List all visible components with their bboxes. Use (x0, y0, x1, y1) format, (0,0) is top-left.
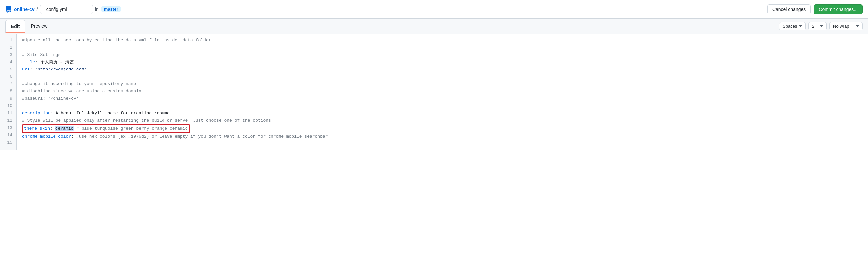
code-line-4: title: 个人简历 - 清弦. (22, 59, 863, 66)
repo-icon (5, 6, 12, 12)
code-line-14: chrome_mobile_color: #use hex colors (ex… (22, 133, 863, 140)
code-line-7: #change it according to your repository … (22, 81, 863, 88)
editor-toolbar: Edit Preview Spaces Tabs 2 4 8 No wrap S… (0, 19, 868, 34)
code-lines[interactable]: #Update all the sections by editing the … (17, 34, 868, 150)
code-line-2 (22, 44, 863, 51)
code-line-8: # disabling since we are using a custom … (22, 88, 863, 95)
toolbar-controls: Spaces Tabs 2 4 8 No wrap Soft wrap (779, 22, 863, 30)
tab-preview[interactable]: Preview (25, 20, 53, 33)
tab-edit[interactable]: Edit (5, 20, 25, 33)
cancel-changes-button[interactable]: Cancel changes (767, 4, 810, 14)
line-numbers: 1 2 3 4 5 6 7 8 9 10 11 12 13 14 15 (0, 34, 17, 150)
code-line-10 (22, 102, 863, 110)
code-editor[interactable]: 1 2 3 4 5 6 7 8 9 10 11 12 13 14 15 #Upd… (0, 34, 868, 150)
indent-type-select[interactable]: Spaces Tabs (779, 22, 806, 30)
breadcrumb-separator: / (36, 6, 37, 12)
indent-size-select[interactable]: 2 4 8 (808, 22, 827, 30)
code-line-13: theme_skin: ceramic # blue turquoise gre… (22, 124, 863, 133)
repo-name[interactable]: online-cv (14, 7, 34, 12)
wrap-select[interactable]: No wrap Soft wrap (830, 22, 863, 30)
code-line-11: description: A beautiful Jekyll theme fo… (22, 110, 863, 117)
file-name: _config.yml (40, 5, 93, 14)
code-line-15 (22, 140, 863, 148)
top-bar-actions: Cancel changes Commit changes... (767, 4, 863, 14)
code-line-1: #Update all the sections by editing the … (22, 37, 863, 44)
breadcrumb: online-cv / _config.yml in master (5, 5, 765, 14)
code-line-9: #baseurl: '/online-cv' (22, 95, 863, 102)
code-line-12: # Style will be applied only after resta… (22, 117, 863, 124)
code-line-3: # Site Settings (22, 51, 863, 59)
branch-badge[interactable]: master (101, 6, 122, 12)
top-bar: online-cv / _config.yml in master Cancel… (0, 0, 868, 19)
commit-changes-button[interactable]: Commit changes... (814, 4, 863, 14)
code-line-6 (22, 73, 863, 81)
in-label: in (95, 7, 99, 12)
code-line-5: url: 'http://webjeda.com' (22, 66, 863, 73)
